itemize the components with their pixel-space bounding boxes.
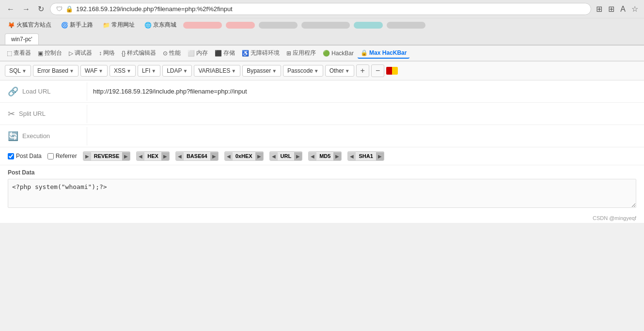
devtools-bar: ⬚ 查看器 ▣ 控制台 ▷ 调试器 ↕ 网络 {} 样式编辑器 ⊙ 性能 ⬜ 内… xyxy=(0,46,644,61)
reload-button[interactable]: ↻ xyxy=(36,3,46,15)
lfi-dropdown[interactable]: LFI ▼ xyxy=(138,65,160,77)
style-icon: {} xyxy=(122,50,126,57)
sha1-btn[interactable]: ◀ SHA1 ▶ xyxy=(347,151,384,161)
forward-button[interactable]: → xyxy=(20,4,32,15)
scissors-icon: ✂ xyxy=(8,109,15,119)
inspector-icon: ⬚ xyxy=(7,50,12,57)
hackbar-icon: 🟢 xyxy=(323,50,330,57)
md5-left-arrow: ◀ xyxy=(309,152,316,160)
ldap-label: LDAP xyxy=(167,67,182,74)
add-button[interactable]: + xyxy=(356,64,369,77)
devtool-accessibility[interactable]: ♿ 无障碍环境 xyxy=(239,47,283,59)
bypasser-label: Bypasser xyxy=(247,67,271,74)
lfi-arrow: ▼ xyxy=(151,68,156,74)
ldap-arrow: ▼ xyxy=(183,68,188,74)
devtool-inspector[interactable]: ⬚ 查看器 xyxy=(4,47,34,59)
execution-label[interactable]: Execution xyxy=(22,132,50,140)
referrer-label: Referrer xyxy=(56,153,77,159)
back-button[interactable]: ← xyxy=(5,4,16,15)
bookmark-jd[interactable]: 🌐 京东商城 xyxy=(141,20,179,30)
split-url-label[interactable]: Split URL xyxy=(19,110,46,117)
md5-btn[interactable]: ◀ MD5 ▶ xyxy=(308,151,342,161)
link-icon: 🔗 xyxy=(8,86,18,97)
ldap-dropdown[interactable]: LDAP ▼ xyxy=(162,65,192,77)
referrer-option[interactable]: Referrer xyxy=(47,153,77,159)
bookmark-label: 京东商城 xyxy=(153,21,176,29)
tab-item[interactable]: win7-pc' xyxy=(5,33,39,45)
other-dropdown[interactable]: Other ▼ xyxy=(325,65,354,77)
other-label: Other xyxy=(330,67,344,74)
devtool-max-hackbar[interactable]: 🔒 Max HacKBar xyxy=(358,48,409,59)
debugger-icon: ▷ xyxy=(69,50,73,57)
url-encode-btn[interactable]: ◀ URL ▶ xyxy=(269,151,303,161)
base64-btn[interactable]: ◀ BASE64 ▶ xyxy=(175,151,219,161)
star-icon-button[interactable]: ☆ xyxy=(630,3,639,15)
browser-chrome: ← → ↻ 🛡 🔒 192.168.59.129/include.php?fil… xyxy=(0,0,644,46)
bookmark-newbie[interactable]: 🌀 新手上路 xyxy=(58,20,96,30)
devtool-memory[interactable]: ⬜ 内存 xyxy=(185,47,211,59)
variables-arrow: ▼ xyxy=(231,68,236,74)
devtool-applications[interactable]: ⊞ 应用程序 xyxy=(283,47,319,59)
memory-icon: ⬜ xyxy=(188,50,195,57)
passcode-arrow: ▼ xyxy=(314,68,319,74)
split-url-row: ✂ Split URL xyxy=(0,103,644,125)
lock-icon: 🔒 xyxy=(65,5,73,13)
waf-arrow: ▼ xyxy=(98,68,103,74)
devtool-performance[interactable]: ⊙ 性能 xyxy=(160,47,184,59)
0xhex-btn[interactable]: ◀ 0xHEX ▶ xyxy=(224,151,264,161)
sha1-right-arrow: ▶ xyxy=(376,152,384,160)
load-url-label[interactable]: Load URL xyxy=(22,88,51,95)
reverse-btn[interactable]: ▶ REVERSE ▶ xyxy=(83,151,131,161)
bypasser-dropdown[interactable]: Bypasser ▼ xyxy=(242,65,281,77)
0xhex-label: 0xHEX xyxy=(233,152,255,160)
sql-dropdown[interactable]: SQL ▼ xyxy=(5,65,31,77)
url-input[interactable] xyxy=(87,84,644,99)
storage-icon: ⬛ xyxy=(215,50,222,57)
post-data-textarea[interactable]: <?php system("whoami");?> xyxy=(8,179,636,208)
apps-icon-button[interactable]: ⊞ xyxy=(607,3,615,15)
shield-icon: 🛡 xyxy=(56,5,63,13)
xss-dropdown[interactable]: XSS ▼ xyxy=(110,65,136,77)
post-data-section-label: Post Data xyxy=(8,169,636,176)
bookmarks-bar: 🦊 火狐官方站点 🌀 新手上路 📁 常用网址 🌐 京东商城 xyxy=(0,18,644,32)
bookmark-firefox[interactable]: 🦊 火狐官方站点 xyxy=(5,20,54,30)
hex-btn[interactable]: ◀ HEX ▶ xyxy=(136,151,170,161)
devtool-debugger[interactable]: ▷ 调试器 xyxy=(66,47,95,59)
url-encode-right-arrow: ▶ xyxy=(294,152,302,160)
options-row: Post Data Referrer ▶ REVERSE ▶ ◀ HEX ▶ ◀… xyxy=(0,147,644,165)
reverse-right-arrow: ▶ xyxy=(122,152,130,160)
url-encode-left-arrow: ◀ xyxy=(270,152,278,160)
sha1-label: SHA1 xyxy=(356,152,376,160)
waf-dropdown[interactable]: WAF ▼ xyxy=(80,65,108,77)
bookmark-common[interactable]: 📁 常用网址 xyxy=(100,20,138,30)
grid-icon-button[interactable]: ⊞ xyxy=(595,3,603,15)
reverse-label: REVERSE xyxy=(91,152,123,160)
0xhex-left-arrow: ◀ xyxy=(225,152,233,160)
bypasser-arrow: ▼ xyxy=(272,68,277,74)
performance-icon: ⊙ xyxy=(163,50,168,57)
split-url-action: ✂ Split URL xyxy=(0,105,87,123)
devtool-style-editor[interactable]: {} 样式编辑器 xyxy=(119,47,159,59)
post-data-checkbox[interactable] xyxy=(8,153,14,159)
url-encode-label: URL xyxy=(278,152,295,160)
devtool-hackbar[interactable]: 🟢 HackBar xyxy=(320,48,357,58)
devtool-console[interactable]: ▣ 控制台 xyxy=(35,47,65,59)
bookmark-pill-2 xyxy=(226,22,255,29)
post-data-option[interactable]: Post Data xyxy=(8,153,42,159)
passcode-dropdown[interactable]: Passcode ▼ xyxy=(283,65,323,77)
error-based-dropdown[interactable]: Error Based ▼ xyxy=(33,65,79,77)
base64-label: BASE64 xyxy=(184,152,210,160)
sql-label: SQL xyxy=(9,67,21,74)
sub-button[interactable]: − xyxy=(371,64,384,77)
hex-left-arrow: ◀ xyxy=(137,152,144,160)
bookmark-pill-3 xyxy=(259,22,298,29)
referrer-checkbox[interactable] xyxy=(47,153,54,159)
translate-icon-button[interactable]: A xyxy=(619,4,627,15)
address-text[interactable]: 192.168.59.129/include.php?filename=php:… xyxy=(76,5,585,13)
0xhex-right-arrow: ▶ xyxy=(255,152,263,160)
load-url-action: 🔗 Load URL xyxy=(0,82,87,101)
variables-dropdown[interactable]: VARIABLES ▼ xyxy=(194,65,240,77)
devtool-storage[interactable]: ⬛ 存储 xyxy=(212,47,238,59)
variables-label: VARIABLES xyxy=(198,67,230,74)
devtool-network[interactable]: ↕ 网络 xyxy=(96,47,118,59)
